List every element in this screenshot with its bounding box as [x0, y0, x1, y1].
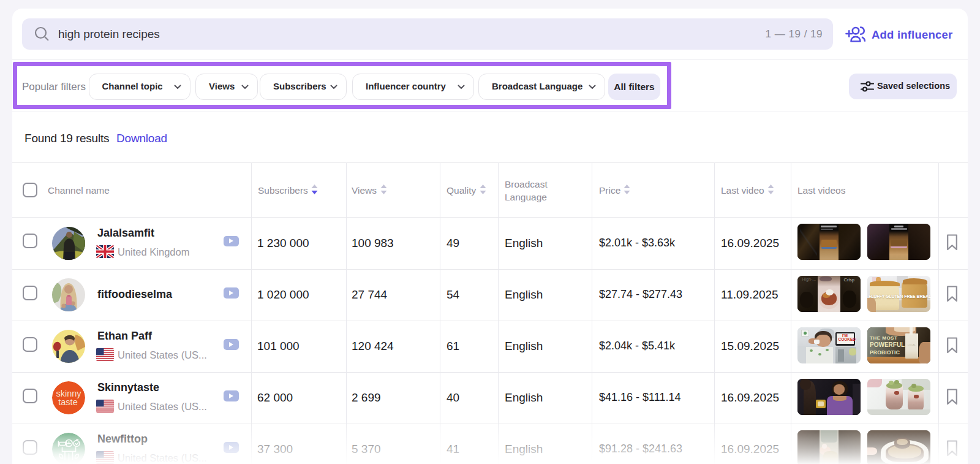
svg-text:taste: taste	[58, 397, 77, 407]
